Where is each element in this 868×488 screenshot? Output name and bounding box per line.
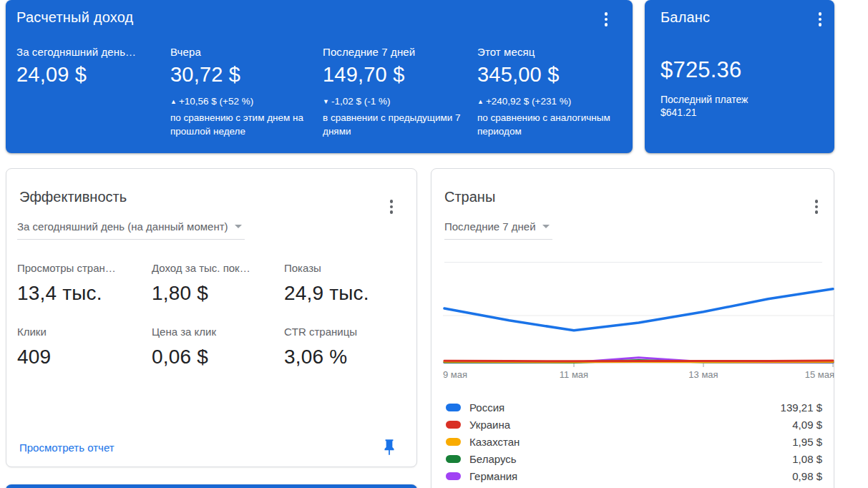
kebab-dot: [819, 18, 822, 21]
metric-label: Клики: [17, 326, 152, 338]
kebab-dot: [390, 205, 394, 209]
legend-swatch: [446, 421, 461, 429]
legend-item-germany[interactable]: Германия 0,98 $: [446, 467, 822, 484]
kebab-menu-icon[interactable]: [388, 197, 396, 216]
kebab-dot: [815, 205, 819, 209]
kebab-dot: [605, 12, 608, 16]
legend-country-name: Германия: [469, 470, 792, 482]
metric-cpc: Цена за клик 0,06 $: [152, 326, 284, 369]
earnings-column-today: За сегодняшний день… 24,09 $: [16, 46, 170, 138]
period-selector-value: За сегодняшний день (на данный момент): [17, 220, 228, 233]
metric-label: Цена за клик: [152, 326, 284, 338]
legend-country-name: Беларусь: [469, 453, 792, 465]
earnings-delta-text: +10,56 $ (+52 %): [179, 96, 253, 107]
legend-country-amount: 4,09 $: [792, 419, 822, 431]
countries-line-chart: 9 мая11 мая13 мая15 мая: [443, 282, 835, 384]
divider: [444, 262, 822, 263]
metric-value: 409: [17, 346, 152, 369]
kebab-dot: [815, 210, 819, 214]
metric-value: 0,06 $: [152, 346, 284, 369]
period-selector-dropdown[interactable]: Последние 7 дней: [444, 220, 552, 240]
kebab-dot: [605, 18, 608, 21]
metric-page-ctr: CTR страницы 3,06 %: [284, 326, 369, 369]
legend-country-name: Россия: [469, 401, 781, 414]
chevron-down-icon: [542, 225, 550, 228]
metric-rpm: Доход за тыс. пок… 1,80 $: [152, 262, 284, 305]
metric-label: Доход за тыс. пок…: [152, 262, 284, 275]
delta-up-icon: ▲: [477, 98, 484, 105]
legend-country-amount: 0,98 $: [792, 470, 822, 482]
kebab-dot: [605, 23, 608, 26]
metric-label: Показы: [284, 262, 369, 275]
metric-value: 13,4 тыс.: [17, 282, 152, 305]
countries-card: Страны Последние 7 дней 9 мая11 мая13 ма…: [431, 168, 834, 488]
legend-country-amount: 1,95 $: [792, 436, 822, 448]
legend-country-name: Казахстан: [469, 436, 792, 448]
earnings-period-label: Последние 7 дней: [323, 46, 477, 58]
metric-clicks: Клики 409: [17, 326, 152, 369]
earnings-delta: ▲+240,92 $ (+231 %): [477, 96, 633, 108]
kebab-dot: [819, 23, 822, 26]
earnings-period-label: За сегодняшний день…: [16, 46, 170, 58]
earnings-column-last-7-days: Последние 7 дней 149,70 $ ▼-1,02 $ (-1 %…: [323, 46, 477, 138]
pin-icon[interactable]: [380, 438, 399, 457]
earnings-column-this-month: Этот месяц 345,00 $ ▲+240,92 $ (+231 %) …: [477, 46, 633, 138]
performance-metrics: Просмотры стран… 13,4 тыс. Доход за тыс.…: [17, 262, 369, 369]
metric-label: Просмотры стран…: [17, 262, 152, 275]
kebab-dot: [815, 200, 819, 203]
earnings-amount: 24,09 $: [16, 63, 170, 86]
period-selector-value: Последние 7 дней: [444, 220, 536, 233]
metric-value: 1,80 $: [152, 282, 284, 305]
countries-card-title: Страны: [444, 189, 495, 205]
kebab-dot: [819, 12, 822, 16]
earnings-card-title: Расчетный доход: [16, 9, 633, 26]
view-report-link[interactable]: Просмотреть отчет: [19, 441, 114, 454]
earnings-period-label: Этот месяц: [477, 46, 633, 58]
balance-card-title: Баланс: [660, 9, 710, 26]
performance-card-title: Эффективность: [19, 189, 127, 205]
earnings-delta-note: в сравнении с предыдущими 7 днями: [323, 111, 470, 138]
legend-item-ukraine[interactable]: Украина 4,09 $: [446, 416, 822, 433]
delta-down-icon: ▼: [323, 98, 329, 105]
earnings-delta: ▼-1,02 $ (-1 %): [323, 96, 477, 108]
legend-country-amount: 139,21 $: [781, 401, 822, 414]
metric-value: 24,9 тыс.: [284, 282, 369, 305]
legend-swatch: [446, 472, 461, 480]
chevron-down-icon: [235, 225, 242, 228]
kebab-menu-icon[interactable]: [816, 10, 824, 29]
legend-swatch: [446, 404, 461, 411]
earnings-delta-note: по сравнению с аналогичным периодом: [477, 111, 625, 138]
earnings-delta-text: +240,92 $ (+231 %): [486, 96, 571, 107]
estimated-earnings-card: Расчетный доход За сегодняшний день… 24,…: [6, 0, 633, 153]
delta-up-icon: ▲: [170, 98, 177, 105]
metric-page-views: Просмотры стран… 13,4 тыс.: [17, 262, 152, 305]
kebab-dot: [390, 200, 394, 203]
svg-text:11 мая: 11 мая: [560, 369, 588, 380]
svg-text:15 мая: 15 мая: [805, 369, 834, 380]
earnings-column-yesterday: Вчера 30,72 $ ▲+10,56 $ (+52 %) по сравн…: [170, 46, 323, 138]
next-card-partial: [6, 484, 417, 488]
earnings-delta: ▲+10,56 $ (+52 %): [170, 96, 323, 108]
legend-item-belarus[interactable]: Беларусь 1,08 $: [446, 450, 822, 467]
legend-swatch: [446, 455, 461, 463]
earnings-delta-note: по сравнению с этим днем на прошлой неде…: [170, 111, 318, 138]
period-selector-dropdown[interactable]: За сегодняшний день (на данный момент): [17, 220, 245, 240]
legend-item-russia[interactable]: Россия 139,21 $: [446, 399, 822, 416]
metric-label: CTR страницы: [284, 326, 369, 338]
earnings-columns: За сегодняшний день… 24,09 $ Вчера 30,72…: [16, 46, 633, 138]
metric-value: 3,06 %: [284, 346, 369, 369]
earnings-amount: 345,00 $: [477, 63, 633, 86]
legend-item-kazakhstan[interactable]: Казахстан 1,95 $: [446, 433, 822, 450]
kebab-menu-icon[interactable]: [603, 10, 610, 29]
earnings-amount: 30,72 $: [170, 63, 323, 86]
svg-text:13 мая: 13 мая: [688, 369, 718, 380]
legend-country-name: Украина: [469, 419, 792, 431]
performance-card: Эффективность За сегодняшний день (на да…: [6, 168, 417, 467]
last-payment-amount: $641.21: [660, 106, 697, 119]
countries-legend: Россия 139,21 $ Украина 4,09 $ Казахстан…: [446, 399, 822, 484]
balance-card: Баланс $725.36 Последний платеж $641.21: [645, 0, 834, 153]
earnings-period-label: Вчера: [170, 46, 323, 58]
legend-swatch: [446, 438, 461, 446]
metric-impressions: Показы 24,9 тыс.: [284, 262, 369, 305]
kebab-menu-icon[interactable]: [813, 197, 821, 216]
